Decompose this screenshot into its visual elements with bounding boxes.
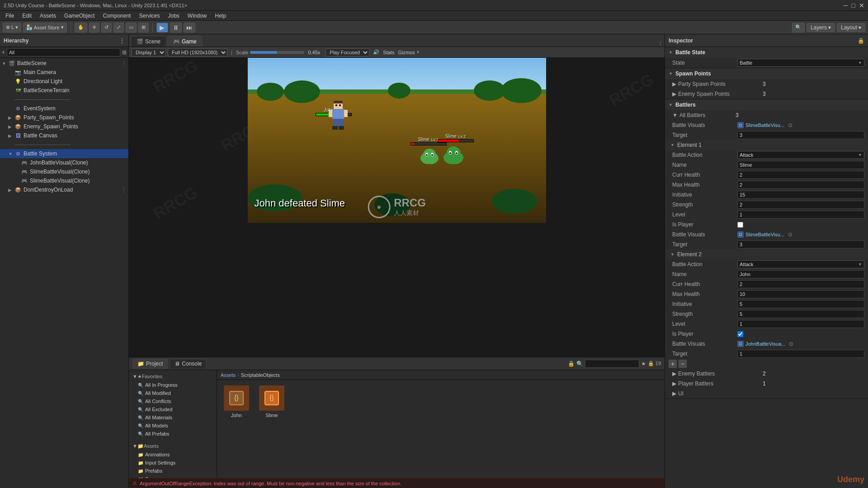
- hierarchy-search[interactable]: [7, 48, 120, 56]
- scale-tool[interactable]: ⤢: [113, 23, 124, 33]
- transform-tool[interactable]: ⊞: [138, 23, 149, 33]
- e2-initiative-input[interactable]: [737, 300, 864, 308]
- tree-item-enemyspawn[interactable]: ▶ 📦 Enemy_Spawn_Points: [0, 122, 128, 131]
- display-select[interactable]: Display 1: [132, 48, 166, 56]
- e1-level-input[interactable]: [737, 211, 864, 219]
- e2-strength-input[interactable]: [737, 310, 864, 318]
- hierarchy-menu-icon[interactable]: ⋮: [119, 38, 125, 44]
- minimize-icon[interactable]: ─: [844, 2, 848, 9]
- e1-strength-input[interactable]: [737, 201, 864, 209]
- battlestate-header[interactable]: ▼ Battle State: [665, 47, 868, 58]
- e2-level-input[interactable]: [737, 320, 864, 328]
- e2-name-input[interactable]: [737, 270, 864, 278]
- menu-file[interactable]: File: [2, 12, 18, 20]
- menu-window[interactable]: Window: [184, 12, 211, 20]
- mute-icon[interactable]: 🔊: [373, 49, 379, 55]
- fav-item-conflicts[interactable]: 🔍 All Conflicts: [129, 397, 217, 405]
- tab-project[interactable]: 📁 Project: [132, 359, 168, 369]
- layers-button[interactable]: Layers ▾: [807, 23, 835, 32]
- e1-maxhealth-input[interactable]: [737, 181, 864, 189]
- hand-tool[interactable]: ✋: [75, 23, 87, 33]
- asset-john[interactable]: {} John: [221, 384, 252, 420]
- hierarchy-add-button[interactable]: +: [2, 49, 5, 56]
- project-search-icon[interactable]: 🔍: [576, 361, 583, 367]
- tree-item-battlecanvas[interactable]: ▶ 🖼 Battle Canvas: [0, 131, 128, 140]
- play-button[interactable]: ▶: [156, 23, 168, 33]
- stats-label[interactable]: Stats: [383, 50, 394, 55]
- target-top-input[interactable]: [737, 131, 864, 139]
- tree-item-slimevisual2[interactable]: 🎮 SlimeBattleVisual(Clone): [0, 176, 128, 185]
- tree-item-battlesystem[interactable]: ▼ ⚙ Battle System: [0, 149, 128, 158]
- resolution-select[interactable]: Full HD (868x488): [168, 48, 227, 56]
- element2-header[interactable]: ▼ Element 2: [665, 249, 868, 259]
- breadcrumb-assets[interactable]: Assets: [221, 372, 236, 378]
- fav-item-animations[interactable]: 📁 Animations: [129, 450, 217, 459]
- mode-button[interactable]: ⊕ L ▾: [3, 23, 21, 33]
- menu-edit[interactable]: Edit: [19, 12, 35, 20]
- battlers-header[interactable]: ▼ Battlers: [665, 99, 868, 110]
- tree-item-directionallight[interactable]: 💡 Directional Light: [0, 77, 128, 86]
- party-spawn-arrow[interactable]: ▶ Party Spawn Points: [672, 81, 763, 87]
- e2-target-input[interactable]: [737, 350, 864, 358]
- fav-item-models[interactable]: 🔍 All Models: [129, 422, 217, 430]
- scale-bar[interactable]: [250, 51, 304, 54]
- tree-item-dontdestroy[interactable]: ▶ 📦 DontDestroyOnLoad ⋮: [0, 185, 128, 194]
- step-button[interactable]: ⏭: [184, 23, 195, 33]
- layout-button[interactable]: Layout ▾: [837, 23, 865, 32]
- tab-game[interactable]: 🎮 Game: [167, 36, 203, 47]
- close-icon[interactable]: ✕: [859, 2, 864, 9]
- hierarchy-filter-icon[interactable]: ⊞: [122, 49, 127, 56]
- menu-jobs[interactable]: Jobs: [164, 12, 183, 20]
- title-bar-controls[interactable]: ─ □ ✕: [844, 2, 864, 9]
- rect-tool[interactable]: ▭: [126, 23, 137, 33]
- all-battlers-arrow[interactable]: ▼ All Battlers: [672, 112, 736, 118]
- e1-isplayer-checkbox[interactable]: [737, 222, 743, 228]
- move-tool[interactable]: ✛: [89, 23, 99, 33]
- fav-item-materials[interactable]: 🔍 All Materials: [129, 413, 217, 422]
- spawnpoints-header[interactable]: ▼ Spawn Points: [665, 68, 868, 79]
- battlers-remove-button[interactable]: −: [679, 360, 687, 368]
- tree-item-maincamera[interactable]: 📷 Main Camera: [0, 68, 128, 77]
- e1-initiative-input[interactable]: [737, 191, 864, 199]
- star-icon[interactable]: ★: [641, 361, 646, 367]
- fav-item-modified[interactable]: 🔍 All Modified: [129, 389, 217, 397]
- assets-header[interactable]: ▼ 📁 Assets: [129, 441, 217, 450]
- e2-currhealth-input[interactable]: [737, 280, 864, 288]
- tree-item-slimevisual1[interactable]: 🎮 SlimeBattleVisual(Clone): [0, 167, 128, 176]
- enemy-spawn-arrow[interactable]: ▶ Enemy Spawn Points: [672, 91, 763, 97]
- play-focused-select[interactable]: Play Focused: [326, 48, 369, 56]
- menu-services[interactable]: Services: [135, 12, 163, 20]
- state-dropdown[interactable]: Battle ▼: [737, 59, 864, 67]
- rotate-tool[interactable]: ↺: [101, 23, 112, 33]
- fav-item-scenes[interactable]: 📁 Scenes: [129, 475, 217, 478]
- fav-item-excluded[interactable]: 🔍 All Excluded: [129, 405, 217, 413]
- gizmos-label[interactable]: Gizmos: [398, 50, 415, 55]
- menu-help[interactable]: Help: [212, 12, 230, 20]
- pause-button[interactable]: ⏸: [170, 23, 182, 33]
- enemy-battlers-arrow[interactable]: ▶ Enemy Battlers: [672, 371, 763, 377]
- dontdestroy-menu[interactable]: ⋮: [121, 187, 127, 193]
- menu-assets[interactable]: Assets: [36, 12, 60, 20]
- player-battlers-arrow[interactable]: ▶ Player Battlers: [672, 380, 763, 387]
- tab-console[interactable]: 🖥 Console: [170, 359, 207, 369]
- tab-scene[interactable]: 🎬 Scene: [131, 36, 166, 47]
- element1-header[interactable]: ▼ Element 1: [665, 140, 868, 150]
- battlers-add-button[interactable]: +: [669, 360, 677, 368]
- menu-gameobject[interactable]: GameObject: [61, 12, 98, 20]
- tree-item-battlescene[interactable]: ▼ 🎬 BattleScene ⋮: [0, 59, 128, 68]
- maximize-icon[interactable]: □: [852, 2, 855, 9]
- tree-item-johnvisual[interactable]: 🎮 JohnBattleVisual(Clone): [0, 158, 128, 167]
- fav-item-prefabs[interactable]: 🔍 All Prefabs: [129, 430, 217, 438]
- favorites-header[interactable]: ▼ ★ Favorites: [129, 372, 217, 381]
- fav-item-inprogress[interactable]: 🔍 All In Progress: [129, 381, 217, 389]
- hierarchy-tree[interactable]: ▼ 🎬 BattleScene ⋮ 📷 Main Camera 💡 Direct…: [0, 58, 128, 488]
- tree-item-partyspawn[interactable]: ▶ 📦 Party_Spawn_Points: [0, 113, 128, 122]
- project-search-input[interactable]: [585, 360, 639, 368]
- e1-currhealth-input[interactable]: [737, 171, 864, 179]
- e1-target-input[interactable]: [737, 240, 864, 249]
- tree-item-terrain[interactable]: 🗺 BattleSceneTerrain: [0, 86, 128, 95]
- e2-battleaction-dropdown[interactable]: Attack ▼: [737, 260, 864, 268]
- fav-item-inputsettings[interactable]: 📁 Input Settings: [129, 459, 217, 467]
- menu-component[interactable]: Component: [99, 12, 134, 20]
- battlescene-menu[interactable]: ⋮: [121, 60, 127, 66]
